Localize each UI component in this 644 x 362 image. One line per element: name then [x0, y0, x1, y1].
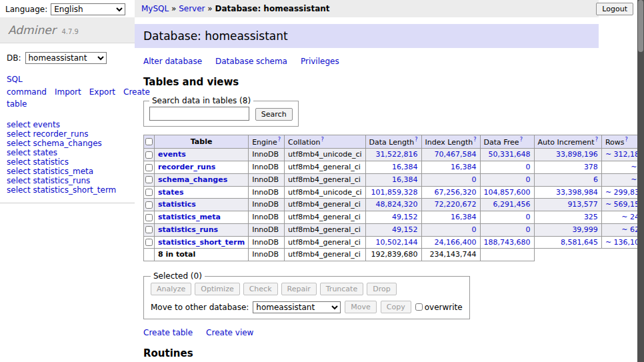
row-checkbox[interactable] [145, 189, 153, 196]
sidebar-table-link[interactable]: select statistics_short_term [7, 185, 116, 195]
row-checkbox[interactable] [145, 239, 153, 246]
column-help-link[interactable]: ? [415, 137, 417, 143]
table-name-link[interactable]: statistics [158, 200, 196, 209]
sidebar-table-link[interactable]: select statistics_meta [7, 167, 93, 176]
breadcrumb-link[interactable]: Server [179, 4, 205, 13]
data-length-link[interactable]: 48,824,320 [376, 200, 418, 209]
analyze-button[interactable]: Analyze [151, 283, 191, 295]
auto-increment-link[interactable]: 6 [593, 175, 598, 184]
index-length-link[interactable]: 16,384 [451, 213, 477, 221]
auto-increment-link[interactable]: 39,999 [572, 225, 598, 234]
drop-button[interactable]: Drop [367, 283, 396, 295]
index-length-link[interactable]: 67,256,320 [435, 188, 477, 197]
sidebar-action-link[interactable]: SQL command [7, 75, 47, 97]
db-select[interactable]: homeassistant [25, 52, 107, 64]
row-checkbox[interactable] [145, 201, 153, 209]
auto-increment-cell: 39,999 [534, 223, 601, 236]
tables-tbody: eventsInnoDButf8mb4_unicode_ci31,522,816… [144, 149, 644, 261]
adminer-brand-link[interactable]: Adminer [8, 23, 56, 37]
sidebar-table-link[interactable]: select statistics [7, 157, 69, 167]
db-action-link[interactable]: Database schema [215, 57, 287, 66]
table-name-link[interactable]: statistics_runs [158, 225, 218, 234]
data-free-link[interactable]: 50,331,648 [489, 150, 531, 159]
move-button[interactable]: Move [345, 301, 377, 313]
table-name-link[interactable]: events [158, 150, 186, 159]
data-free-link[interactable]: 0 [526, 213, 531, 221]
row-checkbox[interactable] [145, 176, 153, 183]
index-length-link[interactable]: 0 [472, 225, 477, 234]
data-length-link[interactable]: 31,522,816 [376, 150, 418, 159]
table-name-link[interactable]: statistics_short_term [158, 238, 245, 247]
select-all-checkbox[interactable] [145, 138, 153, 145]
logout-button[interactable]: Logout [596, 3, 633, 15]
table-name-link[interactable]: states [158, 188, 184, 197]
index-length-link[interactable]: 72,220,672 [435, 200, 477, 209]
data-free-link[interactable]: 188,743,680 [484, 238, 531, 247]
db-action-link[interactable]: Privileges [301, 57, 339, 66]
column-help-link[interactable]: ? [595, 137, 598, 143]
auto-increment-link[interactable]: 913,577 [567, 200, 598, 209]
overwrite-checkbox[interactable] [415, 303, 423, 311]
repair-button[interactable]: Repair [281, 283, 317, 295]
data-free-link[interactable]: 6,291,456 [493, 200, 531, 209]
create-link[interactable]: Create table [143, 328, 193, 337]
data-length-link[interactable]: 101,859,328 [371, 188, 418, 197]
auto-increment-link[interactable]: 378 [584, 163, 598, 171]
scrollbar-thumb[interactable] [638, 0, 643, 52]
table-name-link[interactable]: recorder_runs [158, 163, 215, 171]
auto-increment-link[interactable]: 8,581,645 [561, 238, 598, 247]
index-length-link[interactable]: 16,384 [451, 163, 477, 171]
auto-increment-link[interactable]: 325 [584, 213, 598, 221]
column-help-link[interactable]: ? [625, 137, 627, 143]
index-length-cell: 67,256,320 [421, 186, 480, 199]
row-checkbox[interactable] [145, 151, 153, 159]
data-length-link[interactable]: 16,384 [392, 175, 418, 184]
table-name-link[interactable]: schema_changes [158, 175, 227, 184]
db-action-link[interactable]: Alter database [143, 57, 202, 66]
data-length-link[interactable]: 10,502,144 [376, 238, 418, 247]
data-free-link[interactable]: 0 [526, 175, 531, 184]
index-length-link[interactable]: 24,166,400 [435, 238, 477, 247]
truncate-button[interactable]: Truncate [320, 283, 363, 295]
data-length-link[interactable]: 16,384 [392, 163, 418, 171]
sidebar-action-link[interactable]: Export [89, 87, 115, 97]
data-length-link[interactable]: 49,152 [392, 213, 418, 221]
overwrite-control[interactable]: overwrite [415, 303, 463, 312]
row-checkbox[interactable] [145, 226, 153, 233]
column-help-link[interactable]: ? [473, 137, 476, 143]
sidebar-table-link[interactable]: select states [7, 148, 57, 157]
sidebar-table-link[interactable]: select schema_changes [7, 139, 102, 148]
sidebar-table-link[interactable]: select recorder_runs [7, 129, 89, 139]
index-length-link[interactable]: 70,467,584 [435, 150, 477, 159]
create-link[interactable]: Create view [206, 328, 253, 337]
data-length-link[interactable]: 49,152 [392, 225, 418, 234]
index-length-cell: 16,384 [421, 211, 480, 224]
optimize-button[interactable]: Optimize [195, 283, 239, 295]
search-input[interactable] [149, 107, 249, 121]
check-button[interactable]: Check [243, 283, 278, 295]
auto-increment-link[interactable]: 33,898,196 [556, 150, 598, 159]
data-free-link[interactable]: 0 [526, 163, 531, 171]
data-free-link[interactable]: 0 [526, 225, 531, 234]
language-select[interactable]: English [51, 3, 125, 15]
sidebar-action-link[interactable]: Import [55, 87, 81, 97]
breadcrumb-link[interactable]: MySQL [141, 4, 169, 13]
data-free-link[interactable]: 104,857,600 [484, 188, 531, 197]
move-db-select[interactable]: homeassistant [253, 301, 341, 313]
scrollbar[interactable] [637, 0, 644, 362]
index-length-link[interactable]: 0 [472, 175, 477, 184]
row-checkbox[interactable] [145, 214, 153, 221]
table-name-link[interactable]: statistics_meta [158, 213, 221, 221]
db-label: DB: [7, 53, 21, 63]
column-help-link[interactable]: ? [520, 137, 523, 143]
sidebar-table-link[interactable]: select statistics_runs [7, 176, 90, 185]
row-checkbox-cell [144, 173, 155, 186]
copy-button[interactable]: Copy [381, 301, 411, 313]
auto-increment-link[interactable]: 33,398,984 [556, 188, 598, 197]
row-checkbox[interactable] [145, 164, 153, 171]
index-length-cell: 0 [421, 173, 480, 186]
column-help-link[interactable]: ? [278, 137, 281, 143]
search-button[interactable]: Search [255, 108, 293, 121]
column-help-link[interactable]: ? [321, 137, 323, 143]
sidebar-table-link[interactable]: select events [7, 120, 60, 129]
